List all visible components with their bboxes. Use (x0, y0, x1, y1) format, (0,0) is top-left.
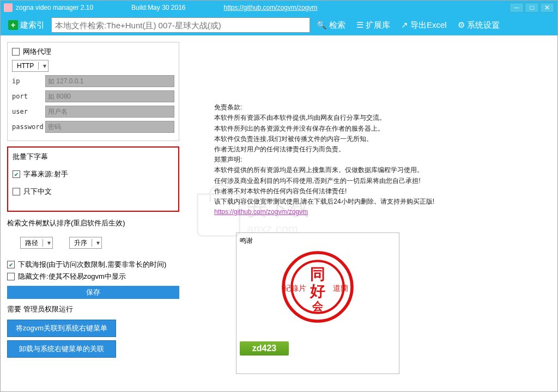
chevron-down-icon: ▾ (92, 239, 101, 247)
svg-text:好: 好 (310, 283, 325, 299)
sort-by-select[interactable]: 路径▾ (20, 237, 53, 249)
titlebar: zogna video manager 2.10 Build:May 30 20… (1, 1, 557, 15)
export-label: 导出Excel (410, 20, 447, 30)
seal-icon: 同 好 会 紀錄片 道蘭 (280, 249, 356, 325)
subtitle-source-label: 字幕来源:射手 (23, 169, 68, 179)
only-cn-checkbox[interactable] (13, 188, 20, 195)
build-index-button[interactable]: + 建索引 (4, 17, 49, 33)
build-index-label: 建索引 (20, 20, 45, 30)
svg-text:紀錄片: 紀錄片 (283, 284, 306, 292)
plus-icon: + (8, 20, 18, 30)
thanks-title: 鸣谢 (240, 236, 396, 246)
save-button[interactable]: 保存 (7, 286, 179, 299)
search-input[interactable] (51, 17, 310, 33)
proxy-panel: 网络代理 HTTP ▾ ip port user password (7, 42, 179, 141)
list-icon: ☰ (356, 20, 363, 30)
svg-text:同: 同 (310, 266, 325, 283)
admin-title: 需要 管理员权限运行 (7, 304, 179, 314)
search-button[interactable]: 🔍 检索 (312, 17, 350, 33)
zd423-logo: zd423 (240, 341, 289, 356)
ip-input[interactable] (45, 75, 174, 87)
ext-lib-label: 扩展库 (366, 20, 390, 30)
disclaimer-text: 免责条款: 本软件所有资源不由本软件提供,均由网友自行分享与交流。 本软件所列出… (214, 92, 551, 217)
proxy-checkbox[interactable] (12, 48, 20, 56)
sort-order-select[interactable]: 升序▾ (69, 237, 102, 249)
ext-lib-button[interactable]: ☰ 扩展库 (352, 17, 395, 33)
svg-text:道蘭: 道蘭 (333, 284, 348, 292)
settings-button[interactable]: ⚙ 系统设置 (453, 17, 504, 33)
export-excel-button[interactable]: ↗ 导出Excel (397, 17, 451, 33)
sort-panel: 检索文件树默认排序(重启软件后生效) 路径▾ 升序▾ (7, 218, 179, 249)
app-title: zogna video manager 2.10 (16, 4, 93, 11)
build-info: Build:May 30 2016 (131, 4, 185, 11)
subtitle-title: 批量下字幕 (13, 152, 174, 162)
toolbar: + 建索引 🔍 检索 ☰ 扩展库 ↗ 导出Excel ⚙ 系统设置 (1, 15, 557, 35)
export-icon: ↗ (401, 20, 408, 30)
thanks-panel: 鸣谢 同 好 会 紀錄片 道蘭 zd423 (236, 232, 399, 374)
close-button[interactable]: ✕ (540, 3, 554, 13)
github-link[interactable]: https://github.com/zogvm/zogvm (224, 4, 318, 11)
svg-text:会: 会 (312, 300, 324, 312)
user-input[interactable] (45, 106, 174, 118)
uninstall-menu-button[interactable]: 卸载与系统右键菜单的关联 (7, 340, 116, 358)
proxy-type-select[interactable]: HTTP ▾ (12, 60, 48, 72)
search-icon: 🔍 (317, 20, 327, 30)
app-icon (4, 3, 13, 12)
maximize-button[interactable]: □ (525, 3, 539, 13)
proxy-label: 网络代理 (23, 47, 51, 57)
download-poster-label: 下载海报(由于访问次数限制,需要非常长的时间) (18, 260, 166, 270)
subtitle-panel: 批量下字幕 字幕来源:射手 只下中文 (7, 146, 179, 212)
minimize-button[interactable]: ─ (510, 3, 524, 13)
subtitle-source-checkbox[interactable] (13, 170, 20, 178)
associate-menu-button[interactable]: 将zogvm关联到系统右键菜单 (7, 320, 116, 337)
chevron-down-icon: ▾ (38, 62, 48, 70)
only-cn-label: 只下中文 (23, 187, 52, 197)
sort-title: 检索文件树默认排序(重启软件后生效) (7, 218, 179, 228)
gear-icon: ⚙ (458, 20, 465, 30)
settings-label: 系统设置 (467, 20, 500, 30)
disclaimer-link[interactable]: https://github.com/zogvm/zogvm (214, 208, 308, 216)
hidden-file-label: 隐藏文件:使其不轻易zogvm中显示 (18, 272, 126, 281)
hidden-file-checkbox[interactable] (7, 273, 15, 280)
port-input[interactable] (45, 90, 174, 102)
search-label: 检索 (329, 20, 345, 30)
password-input[interactable] (45, 121, 174, 133)
download-poster-checkbox[interactable] (7, 261, 15, 268)
chevron-down-icon: ▾ (43, 239, 52, 247)
